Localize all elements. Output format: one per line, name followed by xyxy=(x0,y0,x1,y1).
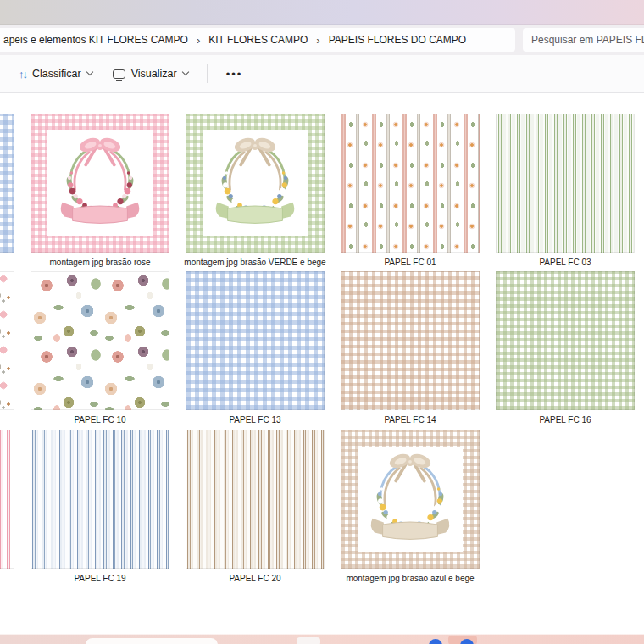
sort-button[interactable]: ↑↓ Classificar xyxy=(12,63,99,85)
file-label: montagem jpg brasão azul e bege xyxy=(346,574,474,583)
toolbar-divider xyxy=(207,64,208,83)
sort-arrows-icon: ↑↓ xyxy=(19,69,26,80)
crest-panel xyxy=(47,130,153,236)
file-item-partial[interactable] xyxy=(0,114,14,253)
chevron-down-icon xyxy=(86,69,92,75)
view-icon xyxy=(113,69,125,79)
wreath-crest-graphic xyxy=(49,132,151,234)
thumbnail-papel-fc-03 xyxy=(496,114,635,253)
file-item-partial[interactable] xyxy=(0,271,14,410)
thumbnail-papel-fc-14 xyxy=(341,271,480,410)
thumbnail-montagem-azul-bege xyxy=(341,430,480,569)
thumbnail-montagem-rose xyxy=(31,114,169,253)
thumbnail-papel-fc-19 xyxy=(31,430,169,569)
wreath-crest-graphic xyxy=(359,448,461,550)
file-item[interactable]: PAPEL FC 14 xyxy=(341,271,480,410)
file-item[interactable]: PAPEL FC 20 xyxy=(186,430,325,569)
file-label: PAPEL FC 01 xyxy=(384,258,436,267)
file-item-partial[interactable] xyxy=(0,430,14,569)
view-button-label: Visualizar xyxy=(131,68,177,80)
taskbar xyxy=(0,634,644,644)
file-item[interactable]: PAPEL FC 16 xyxy=(496,271,635,410)
taskbar-icon[interactable] xyxy=(297,637,320,644)
file-label: montagem jpg brasão rose xyxy=(50,258,151,267)
file-label: PAPEL FC 16 xyxy=(539,415,591,425)
breadcrumb-item-root[interactable]: apeis e elementos KIT FLORES CAMPO xyxy=(2,31,190,49)
taskbar-app-icon[interactable] xyxy=(429,639,442,644)
crest-panel xyxy=(358,447,463,552)
view-button[interactable]: Visualizar xyxy=(106,63,195,85)
taskbar-search-pill[interactable] xyxy=(86,638,218,644)
thumbnail-papel-fc-10 xyxy=(31,271,169,410)
address-breadcrumb[interactable]: apeis e elementos KIT FLORES CAMPO › KIT… xyxy=(0,28,515,52)
more-options-button[interactable]: ••• xyxy=(219,63,250,86)
file-label: PAPEL FC 10 xyxy=(74,415,125,425)
address-bar-row: apeis e elementos KIT FLORES CAMPO › KIT… xyxy=(0,25,644,55)
breadcrumb-separator-icon: › xyxy=(190,34,207,47)
breadcrumb-item-kit[interactable]: KIT FLORES CAMPO xyxy=(207,31,309,49)
breadcrumb-item-current[interactable]: PAPEIS FLORES DO CAMPO xyxy=(327,31,468,49)
file-label: PAPEL FC 03 xyxy=(539,258,591,267)
thumbnail-papel-fc-13 xyxy=(186,271,325,410)
file-item[interactable]: PAPEL FC 10 xyxy=(31,271,169,410)
file-label: PAPEL FC 20 xyxy=(229,574,280,583)
chevron-down-icon xyxy=(181,69,188,75)
thumbnail-papel-fc-20 xyxy=(186,430,325,569)
wreath-crest-graphic xyxy=(204,132,306,234)
thumbnail-partial-blue-gingham xyxy=(0,114,14,253)
window-titlebar xyxy=(0,0,644,25)
file-item[interactable]: PAPEL FC 01 xyxy=(341,114,480,253)
file-grid: montagem jpg brasão rose montagem jpg br… xyxy=(0,93,644,634)
thumbnail-partial-pink-floral xyxy=(0,271,14,410)
search-placeholder-text: Pesquisar em PAPEIS FLOR xyxy=(531,34,644,46)
crest-panel xyxy=(203,130,308,236)
thumbnail-montagem-verde-bege xyxy=(186,114,325,253)
breadcrumb-separator-icon: › xyxy=(309,34,326,47)
file-label: montagem jpg brasão VERDE e bege xyxy=(184,258,325,267)
thumbnail-partial-pink-stripes xyxy=(0,430,14,569)
file-item[interactable]: PAPEL FC 13 xyxy=(186,271,325,410)
thumbnail-papel-fc-16 xyxy=(496,271,635,410)
search-box[interactable]: Pesquisar em PAPEIS FLOR xyxy=(523,28,644,52)
file-item[interactable]: PAPEL FC 03 xyxy=(496,114,635,253)
file-label: PAPEL FC 14 xyxy=(384,415,436,425)
file-item[interactable]: montagem jpg brasão VERDE e bege xyxy=(186,114,325,253)
sort-button-label: Classificar xyxy=(32,68,81,80)
file-item[interactable]: PAPEL FC 19 xyxy=(31,430,169,569)
file-item[interactable]: montagem jpg brasão rose xyxy=(31,114,169,253)
file-item[interactable]: montagem jpg brasão azul e bege xyxy=(341,430,480,569)
file-label: PAPEL FC 19 xyxy=(74,574,125,583)
thumbnail-papel-fc-01 xyxy=(341,114,480,253)
file-label: PAPEL FC 13 xyxy=(229,415,280,425)
explorer-toolbar: ↑↓ Classificar Visualizar ••• xyxy=(0,55,644,93)
